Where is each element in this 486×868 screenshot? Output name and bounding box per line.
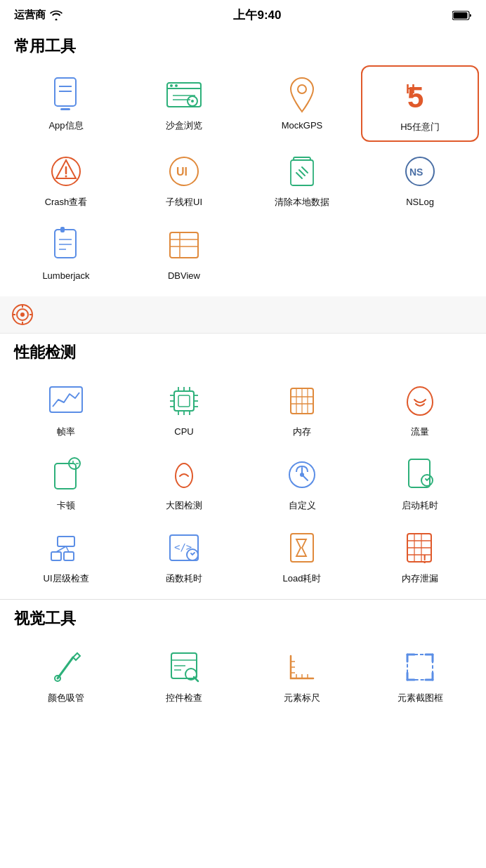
status-bar-time: 上午9:40 [233,7,281,23]
performance-section-header [0,296,486,334]
svg-line-76 [66,546,69,552]
tool-label-nslog: NSLog [406,197,434,209]
tool-screenshotcrop[interactable]: 元素截图框 [361,638,479,711]
tool-label-ruler: 元素标尺 [284,692,320,704]
performance-grid: 帧率 [0,369,486,600]
visual-tools-grid: 颜色吸管 控件检查 [0,635,486,718]
tool-cpu[interactable]: CPU [125,371,243,445]
uihierarchy-icon [46,528,86,567]
functime-icon: </> [164,528,204,567]
tool-label-custom: 自定义 [289,500,316,512]
battery-icon [452,11,472,20]
svg-rect-72 [51,552,61,560]
status-bar-right [452,11,472,20]
app-info-icon [46,75,86,114]
tool-functime[interactable]: </> 函数耗时 [125,518,243,592]
svg-rect-70 [409,459,430,487]
traffic-icon [400,381,440,421]
elecheck-icon [164,647,204,687]
tool-colorpick[interactable]: 颜色吸管 [7,638,125,711]
svg-rect-28 [60,227,65,232]
tool-lumberjack[interactable]: Lumberjack [7,216,125,289]
loadtime-icon [282,528,322,567]
tool-label-memoryleak: 内存泄漏 [402,573,438,585]
tool-elecheck[interactable]: 控件检查 [125,638,243,711]
clear-icon [282,152,322,191]
svg-point-38 [20,313,25,317]
tool-app-info[interactable]: App信息 [7,65,125,142]
section-performance: 性能检测 帧率 [0,334,486,600]
tool-memoryleak[interactable]: ! 内存泄漏 [361,518,479,592]
svg-text:UI: UI [176,166,188,178]
svg-text:NS: NS [409,166,423,178]
svg-marker-92 [73,653,80,660]
status-bar: 运营商 上午9:40 [0,0,486,27]
colorpick-icon [46,647,86,687]
dbview-icon [164,225,204,265]
stutter-icon [46,455,86,494]
tool-label-screenshotcrop: 元素截图框 [398,692,443,704]
svg-rect-32 [170,232,198,258]
tool-label-dbview: DBView [168,270,200,282]
svg-rect-73 [64,552,74,560]
tool-label-uihierarchy: UI层级检查 [44,573,89,585]
svg-text:!: ! [423,553,426,565]
tool-label-startup: 启动耗时 [402,500,438,512]
tool-nslog[interactable]: NS NSLog [361,142,479,216]
tool-crash[interactable]: Crash查看 [7,142,125,216]
tool-bigimage[interactable]: 大图检测 [125,445,243,519]
tool-memory[interactable]: 内存 [243,371,361,445]
tool-label-crash: Crash查看 [45,197,88,209]
tool-mockgps[interactable]: MockGPS [243,65,361,142]
svg-rect-105 [407,655,433,680]
ruler-icon [282,647,322,687]
tool-label-elecheck: 控件检查 [166,692,202,704]
tool-startup[interactable]: 启动耗时 [361,445,479,519]
tool-subthread[interactable]: UI 子线程UI [125,142,243,216]
gps-icon [282,75,322,114]
tool-label-colorpick: 颜色吸管 [48,692,84,704]
wifi-icon [50,11,63,20]
tool-label-bigimage: 大图检测 [166,500,202,512]
tool-label-h5door: H5任意门 [400,121,440,133]
section-title-visual: 视觉工具 [0,600,486,635]
svg-rect-74 [58,537,74,546]
nslog-icon: NS [400,152,440,191]
section-title-common: 常用工具 [0,27,486,63]
screenshotcrop-icon [400,647,440,687]
h5-icon: 5 H [400,77,440,116]
tool-dbview[interactable]: DBView [125,216,243,289]
tool-label-traffic: 流量 [411,426,429,438]
bigimage-icon [164,455,204,494]
performance-header-icon [11,303,34,326]
lumberjack-icon [46,225,86,265]
section-title-performance: 性能检测 [0,334,486,369]
tool-uihierarchy[interactable]: UI层级检查 [7,518,125,592]
tool-label-loadtime: Load耗时 [283,573,322,585]
svg-rect-1 [454,12,468,18]
tool-label-subthread: 子线程UI [166,197,202,209]
tool-custom[interactable]: 自定义 [243,445,361,519]
cpu-icon [164,381,204,421]
tool-label-sandbox: 沙盒浏览 [166,120,202,132]
tool-fps[interactable]: 帧率 [7,371,125,445]
tool-ruler[interactable]: 元素标尺 [243,638,361,711]
tool-label-mockgps: MockGPS [282,120,323,132]
svg-point-69 [300,473,304,477]
tool-cleardata[interactable]: 清除本地数据 [243,142,361,216]
svg-rect-45 [178,395,190,407]
svg-point-20 [65,175,67,177]
tool-h5door[interactable]: 5 H H5任意门 [361,65,479,142]
tool-label-memory: 内存 [293,426,311,438]
tool-label-lumberjack: Lumberjack [42,270,89,282]
section-common-tools: 常用工具 App信息 [0,27,486,296]
tool-label-cleardata: 清除本地数据 [275,197,329,209]
svg-line-75 [56,546,66,552]
tool-traffic[interactable]: 流量 [361,371,479,445]
tool-sandbox[interactable]: 沙盒浏览 [125,65,243,142]
tool-stutter[interactable]: 卡顿 [7,445,125,519]
svg-point-14 [298,85,306,93]
tool-loadtime[interactable]: Load耗时 [243,518,361,592]
status-bar-left: 运营商 [14,8,63,22]
common-tools-grid: App信息 沙盒浏览 [0,63,486,296]
